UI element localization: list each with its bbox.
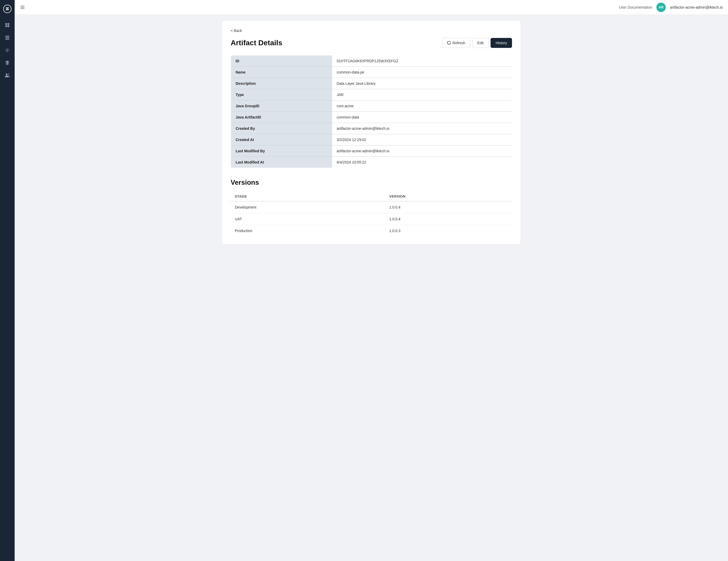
- version-number: 1.0.0.4: [385, 201, 512, 213]
- detail-label: Created At: [231, 134, 332, 145]
- version-number: 1.0.0.4: [385, 213, 512, 225]
- detail-value: common-data: [332, 112, 512, 123]
- detail-value: common-data-jar: [332, 67, 512, 78]
- detail-value: 01HTF1AG0K6XPRDP1JSW3XEFGZ: [332, 55, 512, 67]
- menu-button[interactable]: [20, 5, 25, 10]
- sidebar-item-dashboard[interactable]: [2, 20, 13, 30]
- versions-table: STAGE VERSION Development 1.0.0.4 UAT 1.…: [231, 192, 512, 236]
- detail-label: Java ArtifactID: [231, 112, 332, 123]
- history-button[interactable]: History: [491, 38, 512, 48]
- detail-row: Java GroupID com.acme: [231, 100, 512, 112]
- svg-rect-7: [5, 37, 9, 38]
- detail-label: Name: [231, 67, 332, 78]
- detail-value: artifactor-acme-admin@iktech.io: [332, 145, 512, 157]
- detail-label: ID: [231, 55, 332, 67]
- sidebar-item-integrations[interactable]: [2, 45, 13, 55]
- sidebar-item-table[interactable]: [2, 32, 13, 43]
- detail-value: com.acme: [332, 100, 512, 112]
- detail-value: artifactor-acme-admin@iktech.io: [332, 123, 512, 134]
- version-number: 1.0.0.3: [385, 225, 512, 237]
- detail-value: Data Layer Java Library: [332, 78, 512, 89]
- detail-value: 6/4/2024 10:05:22: [332, 157, 512, 168]
- detail-label: Last Modified By: [231, 145, 332, 157]
- logo[interactable]: [3, 4, 12, 14]
- refresh-button[interactable]: Refresh: [442, 38, 470, 48]
- detail-row: Last Modified By artifactor-acme-admin@i…: [231, 145, 512, 157]
- main-card: < Back Artifact Details Refresh Edit: [222, 21, 520, 244]
- refresh-icon: [447, 41, 451, 45]
- detail-row: Created At 3/2/2024 12:29:02: [231, 134, 512, 145]
- user-email: artifactor-acme-admin@iktech.io: [670, 5, 723, 9]
- svg-rect-3: [8, 23, 9, 25]
- svg-point-9: [7, 50, 8, 51]
- detail-label: Created By: [231, 123, 332, 134]
- detail-row: ID 01HTF1AG0K6XPRDP1JSW3XEFGZ: [231, 55, 512, 67]
- version-stage: UAT: [231, 213, 385, 225]
- detail-value: 3/2/2024 12:29:02: [332, 134, 512, 145]
- versions-col-stage: STAGE: [231, 192, 385, 201]
- edit-button[interactable]: Edit: [472, 38, 488, 48]
- svg-rect-2: [5, 23, 7, 25]
- sidebar-item-tags[interactable]: [2, 58, 13, 68]
- version-row: Production 1.0.0.3: [231, 225, 512, 237]
- avatar: AR: [656, 3, 666, 12]
- user-documentation-link[interactable]: User Documentation: [619, 5, 652, 9]
- svg-rect-5: [8, 25, 9, 27]
- detail-row: Type JAR: [231, 89, 512, 100]
- page-title-row: Artifact Details Refresh Edit History: [231, 38, 512, 48]
- detail-row: Created By artifactor-acme-admin@iktech.…: [231, 123, 512, 134]
- versions-header-row: STAGE VERSION: [231, 192, 512, 201]
- content-area: < Back Artifact Details Refresh Edit: [15, 15, 728, 561]
- main-container: User Documentation AR artifactor-acme-ad…: [15, 0, 728, 561]
- detail-row: Last Modified At 6/4/2024 10:05:22: [231, 157, 512, 168]
- details-table: ID 01HTF1AG0K6XPRDP1JSW3XEFGZ Name commo…: [231, 55, 512, 168]
- detail-value: JAR: [332, 89, 512, 100]
- detail-row: Description Data Layer Java Library: [231, 78, 512, 89]
- svg-rect-4: [5, 25, 7, 27]
- svg-point-1: [6, 8, 8, 10]
- svg-point-10: [6, 73, 8, 75]
- version-stage: Development: [231, 201, 385, 213]
- detail-label: Last Modified At: [231, 157, 332, 168]
- page-title: Artifact Details: [231, 39, 282, 47]
- svg-rect-6: [5, 36, 9, 37]
- back-link[interactable]: < Back: [231, 29, 242, 33]
- detail-row: Java ArtifactID common-data: [231, 112, 512, 123]
- version-row: Development 1.0.0.4: [231, 201, 512, 213]
- versions-title: Versions: [231, 178, 512, 186]
- sidebar: [0, 0, 15, 561]
- header: User Documentation AR artifactor-acme-ad…: [15, 0, 728, 15]
- detail-label: Java GroupID: [231, 100, 332, 112]
- detail-row: Name common-data-jar: [231, 67, 512, 78]
- svg-rect-8: [5, 39, 9, 39]
- sidebar-item-users[interactable]: [2, 70, 13, 81]
- detail-label: Type: [231, 89, 332, 100]
- versions-col-version: VERSION: [385, 192, 512, 201]
- version-stage: Production: [231, 225, 385, 237]
- toolbar: Refresh Edit History: [442, 38, 512, 48]
- version-row: UAT 1.0.0.4: [231, 213, 512, 225]
- detail-label: Description: [231, 78, 332, 89]
